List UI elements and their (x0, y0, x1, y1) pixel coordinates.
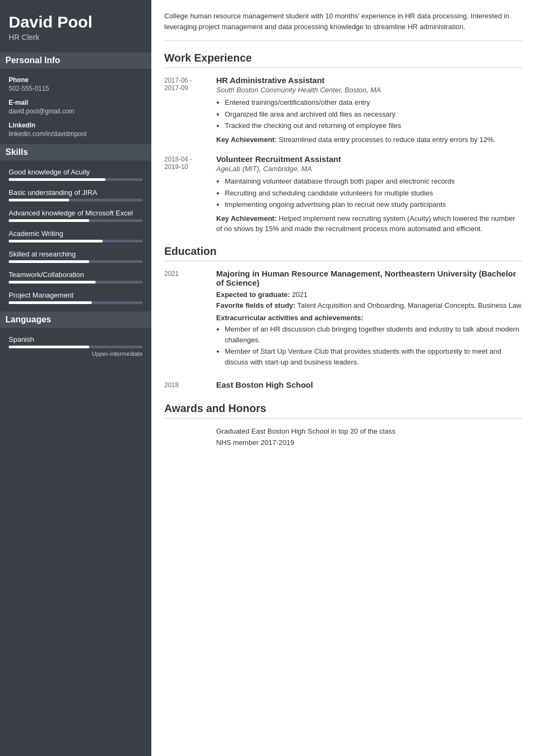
edu-extracurricular-bullet-item: Member of Start Up Venture Club that pro… (225, 346, 522, 367)
work-org: South Boston Community Health Center, Bo… (216, 86, 522, 94)
work-org: AgeLab (MIT), Cambridge, MA (216, 165, 522, 173)
work-entry-date: 2018-04 - 2019-10 (164, 154, 208, 234)
key-achievement: Key Achievement: Helped implement new re… (216, 213, 522, 234)
skill-name: Skilled at researching (9, 250, 143, 258)
work-entry-body: Volunteer Recruitment AssistantAgeLab (M… (216, 154, 522, 234)
skill-bar-fill (9, 240, 103, 242)
work-job-title: Volunteer Recruitment Assistant (216, 154, 522, 164)
education-title: Education (164, 245, 522, 261)
education-entry: 2018East Boston High School (164, 380, 522, 392)
language-level: Upper-intermediate (9, 350, 143, 357)
skills-section-title: Skills (0, 144, 151, 160)
awards-section: Awards and Honors Graduated East Boston … (164, 402, 522, 449)
skill-bar-fill (9, 260, 89, 263)
linkedin-value: linkedin.com/in/davidmpool (9, 130, 143, 138)
education-entries-list: 2021Majoring in Human Resource Managemen… (164, 269, 522, 392)
skill-bar-fill (9, 199, 69, 201)
work-bullet-item: Maintaining volunteer database through b… (225, 176, 522, 187)
work-entry-body: HR Administrative AssistantSouth Boston … (216, 76, 522, 145)
work-entry: 2017-06 - 2017-09HR Administrative Assis… (164, 76, 522, 145)
edu-entry-body: East Boston High School (216, 380, 522, 392)
main-content: College human resource management studen… (151, 0, 535, 756)
awards-spacer (164, 426, 208, 449)
awards-list: Graduated East Boston High School in top… (164, 426, 522, 449)
work-bullets: Maintaining volunteer database through b… (216, 176, 522, 210)
languages-section-title: Languages (0, 312, 151, 328)
skill-bar-fill (9, 219, 89, 222)
skill-bar (9, 281, 143, 284)
skill-bar-fill (9, 301, 92, 304)
awards-title: Awards and Honors (164, 402, 522, 418)
language-bar-fill (9, 346, 89, 348)
personal-info-section-title: Personal Info (0, 52, 151, 69)
edu-extracurricular-bullet-item: Member of an HR discussion club bringing… (225, 324, 522, 345)
awards-entry: Graduated East Boston High School in top… (164, 426, 522, 449)
work-bullet-item: Tracked the checking out and returning o… (225, 120, 522, 131)
skill-name: Academic Writing (9, 230, 143, 238)
award-item: Graduated East Boston High School in top… (216, 426, 522, 437)
edu-entry-date: 2021 (164, 269, 208, 371)
work-bullet-item: Implementing ongoing advertising plan to… (225, 199, 522, 210)
education-entry: 2021Majoring in Human Resource Managemen… (164, 269, 522, 371)
skill-bar (9, 240, 143, 242)
skills-list: Good knowledge of AcuityBasic understand… (9, 168, 143, 304)
work-experience-section: Work Experience 2017-06 - 2017-09HR Admi… (164, 52, 522, 234)
skill-bar (9, 260, 143, 263)
skill-bar-fill (9, 178, 105, 181)
work-bullet-item: Entered trainings/certifications/other d… (225, 97, 522, 108)
skill-name: Project Management (9, 291, 143, 299)
skill-bar (9, 219, 143, 222)
edu-entry-body: Majoring in Human Resource Management, N… (216, 269, 522, 371)
edu-entry-date: 2018 (164, 380, 208, 392)
edu-title: East Boston High School (216, 380, 522, 389)
edu-detail: Expected to graduate: 2021Favorite field… (216, 289, 522, 312)
skill-name: Advanced knowledge of Microsoft Excel (9, 209, 143, 217)
candidate-name: David Pool (9, 13, 143, 31)
skill-bar-fill (9, 281, 96, 284)
summary-text: College human resource management studen… (164, 11, 522, 41)
skill-name: Basic understanding of JIRA (9, 188, 143, 197)
work-bullet-item: Organized file area and archived old fil… (225, 109, 522, 120)
work-entry-date: 2017-06 - 2017-09 (164, 76, 208, 145)
skill-bar (9, 301, 143, 304)
skill-bar (9, 178, 143, 181)
skill-bar (9, 199, 143, 201)
award-item: NHS member 2017-2019 (216, 437, 522, 449)
work-bullets: Entered trainings/certifications/other d… (216, 97, 522, 131)
work-job-title: HR Administrative Assistant (216, 76, 522, 85)
phone-value: 502-555-0115 (9, 85, 143, 92)
edu-extracurricular-bullets: Member of an HR discussion club bringing… (216, 324, 522, 367)
edu-extracurricular-label: Extracurricular activities and achieveme… (216, 314, 522, 322)
work-entries-list: 2017-06 - 2017-09HR Administrative Assis… (164, 76, 522, 234)
email-value: david.pool@gmail.com (9, 107, 143, 115)
work-bullet-item: Recruiting and scheduling candidate volu… (225, 188, 522, 199)
skill-name: Good knowledge of Acuity (9, 168, 143, 176)
education-section: Education 2021Majoring in Human Resource… (164, 245, 522, 392)
email-label: E-mail (9, 99, 143, 106)
linkedin-label: LinkedIn (9, 122, 143, 129)
skill-name: Teamwork/Collaboration (9, 271, 143, 279)
work-experience-title: Work Experience (164, 52, 522, 68)
sidebar: David Pool HR Clerk Personal Info Phone … (0, 0, 151, 756)
edu-title: Majoring in Human Resource Management, N… (216, 269, 522, 287)
awards-body: Graduated East Boston High School in top… (216, 426, 522, 449)
language-name: Spanish (9, 335, 143, 343)
phone-label: Phone (9, 76, 143, 84)
key-achievement: Key Achievement: Streamlined data entry … (216, 134, 522, 145)
candidate-title: HR Clerk (9, 33, 143, 42)
language-bar (9, 346, 143, 348)
work-entry: 2018-04 - 2019-10Volunteer Recruitment A… (164, 154, 522, 234)
languages-list: SpanishUpper-intermediate (9, 335, 143, 357)
